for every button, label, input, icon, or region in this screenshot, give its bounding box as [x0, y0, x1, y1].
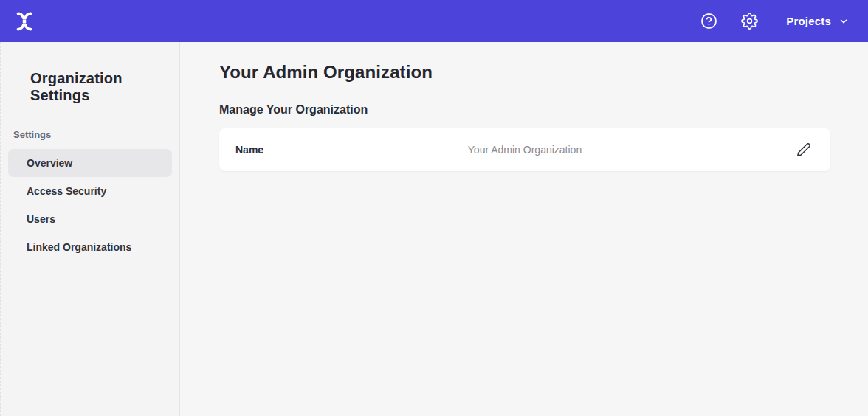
sidebar-item-users[interactable]: Users	[8, 205, 172, 233]
chevron-down-icon	[838, 16, 849, 27]
section-title: Manage Your Organization	[219, 103, 868, 117]
question-circle-icon	[700, 13, 717, 30]
content-wrapper: Organization Settings Settings Overview …	[0, 42, 868, 416]
name-value: Your Admin Organization	[468, 144, 582, 156]
gear-icon	[741, 13, 758, 30]
x-brand-logo-icon	[13, 10, 35, 33]
sidebar-nav: Overview Access Security Users Linked Or…	[1, 149, 179, 261]
settings-button[interactable]	[740, 11, 760, 31]
sidebar: Organization Settings Settings Overview …	[0, 42, 180, 416]
projects-label: Projects	[786, 15, 831, 27]
sidebar-item-linked-organizations[interactable]: Linked Organizations	[8, 233, 172, 261]
main-content: Your Admin Organization Manage Your Orga…	[180, 42, 868, 416]
name-label: Name	[235, 144, 264, 156]
page-title: Your Admin Organization	[219, 62, 868, 83]
brand-logo[interactable]	[13, 10, 35, 33]
topbar-actions: Projects	[699, 11, 849, 31]
organization-name-card: Name Your Admin Organization	[219, 128, 830, 171]
pencil-icon	[796, 142, 811, 157]
app-root: Projects Organization Settings Settings …	[0, 0, 868, 416]
projects-menu-button[interactable]: Projects	[786, 15, 849, 27]
sidebar-item-overview[interactable]: Overview	[8, 149, 172, 177]
sidebar-title: Organization Settings	[30, 70, 179, 104]
edit-name-button[interactable]	[793, 139, 814, 160]
sidebar-item-access-security[interactable]: Access Security	[8, 177, 172, 205]
top-navigation-bar: Projects	[0, 0, 868, 42]
help-button[interactable]	[699, 11, 719, 31]
sidebar-section-label: Settings	[13, 129, 179, 140]
